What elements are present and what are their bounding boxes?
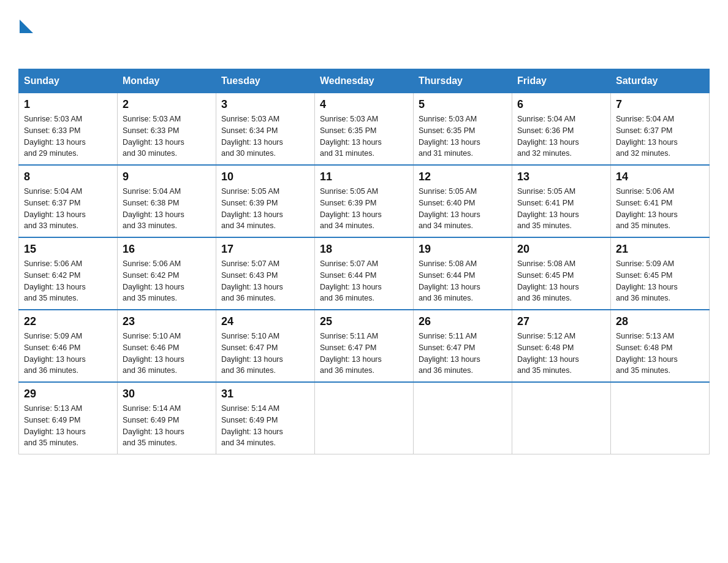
day-number: 5 (419, 98, 507, 111)
day-number: 14 (616, 170, 704, 183)
day-info: Sunrise: 5:07 AMSunset: 6:44 PMDaylight:… (320, 259, 382, 302)
day-number: 27 (517, 315, 605, 328)
day-number: 26 (419, 315, 507, 328)
day-number: 23 (123, 315, 211, 328)
calendar-cell: 6 Sunrise: 5:04 AMSunset: 6:36 PMDayligh… (512, 93, 611, 166)
day-number: 1 (24, 98, 112, 111)
header-sunday: Sunday (19, 69, 118, 93)
calendar-cell: 18 Sunrise: 5:07 AMSunset: 6:44 PMDaylig… (315, 237, 414, 310)
day-number: 3 (221, 98, 309, 111)
calendar-table: SundayMondayTuesdayWednesdayThursdayFrid… (18, 69, 710, 454)
svg-marker-0 (20, 20, 33, 33)
day-info: Sunrise: 5:08 AMSunset: 6:44 PMDaylight:… (419, 259, 480, 302)
header-thursday: Thursday (414, 69, 512, 93)
day-info: Sunrise: 5:05 AMSunset: 6:39 PMDaylight:… (320, 187, 382, 230)
calendar-cell: 28 Sunrise: 5:13 AMSunset: 6:48 PMDaylig… (611, 310, 710, 382)
calendar-cell: 13 Sunrise: 5:05 AMSunset: 6:41 PMDaylig… (512, 165, 611, 237)
day-number: 17 (221, 243, 309, 256)
day-number: 25 (320, 315, 408, 328)
day-info: Sunrise: 5:04 AMSunset: 6:36 PMDaylight:… (517, 115, 579, 158)
header-wednesday: Wednesday (315, 69, 414, 93)
day-number: 28 (616, 315, 704, 328)
day-info: Sunrise: 5:10 AMSunset: 6:47 PMDaylight:… (221, 332, 283, 375)
day-info: Sunrise: 5:11 AMSunset: 6:47 PMDaylight:… (419, 332, 480, 375)
calendar-cell: 23 Sunrise: 5:10 AMSunset: 6:46 PMDaylig… (118, 310, 216, 382)
header-saturday: Saturday (611, 69, 710, 93)
day-info: Sunrise: 5:08 AMSunset: 6:45 PMDaylight:… (517, 259, 579, 302)
day-info: Sunrise: 5:03 AMSunset: 6:34 PMDaylight:… (221, 115, 283, 158)
calendar-cell: 25 Sunrise: 5:11 AMSunset: 6:47 PMDaylig… (315, 310, 414, 382)
day-number: 30 (123, 388, 211, 400)
calendar-cell: 22 Sunrise: 5:09 AMSunset: 6:46 PMDaylig… (19, 310, 118, 382)
day-number: 13 (517, 170, 605, 183)
week-row-1: 1 Sunrise: 5:03 AMSunset: 6:33 PMDayligh… (19, 93, 710, 166)
calendar-cell: 29 Sunrise: 5:13 AMSunset: 6:49 PMDaylig… (19, 382, 118, 454)
week-row-3: 15 Sunrise: 5:06 AMSunset: 6:42 PMDaylig… (19, 237, 710, 310)
calendar-cell: 24 Sunrise: 5:10 AMSunset: 6:47 PMDaylig… (216, 310, 315, 382)
day-number: 6 (517, 98, 605, 111)
day-info: Sunrise: 5:06 AMSunset: 6:41 PMDaylight:… (616, 187, 678, 230)
day-number: 7 (616, 98, 704, 111)
calendar-cell: 21 Sunrise: 5:09 AMSunset: 6:45 PMDaylig… (611, 237, 710, 310)
logo (18, 12, 33, 56)
day-info: Sunrise: 5:06 AMSunset: 6:42 PMDaylight:… (24, 259, 86, 302)
header-monday: Monday (118, 69, 216, 93)
calendar-cell: 26 Sunrise: 5:11 AMSunset: 6:47 PMDaylig… (414, 310, 512, 382)
day-info: Sunrise: 5:03 AMSunset: 6:35 PMDaylight:… (419, 115, 480, 158)
day-number: 2 (123, 98, 211, 111)
day-number: 11 (320, 170, 408, 183)
calendar-cell (611, 382, 710, 454)
day-number: 19 (419, 243, 507, 256)
day-info: Sunrise: 5:04 AMSunset: 6:37 PMDaylight:… (616, 115, 678, 158)
day-info: Sunrise: 5:13 AMSunset: 6:49 PMDaylight:… (24, 404, 86, 447)
day-number: 21 (616, 243, 704, 256)
day-info: Sunrise: 5:09 AMSunset: 6:45 PMDaylight:… (616, 259, 678, 302)
day-number: 8 (24, 170, 112, 183)
day-info: Sunrise: 5:05 AMSunset: 6:39 PMDaylight:… (221, 187, 283, 230)
calendar-cell: 19 Sunrise: 5:08 AMSunset: 6:44 PMDaylig… (414, 237, 512, 310)
week-row-4: 22 Sunrise: 5:09 AMSunset: 6:46 PMDaylig… (19, 310, 710, 382)
day-number: 4 (320, 98, 408, 111)
calendar-cell: 31 Sunrise: 5:14 AMSunset: 6:49 PMDaylig… (216, 382, 315, 454)
day-info: Sunrise: 5:09 AMSunset: 6:46 PMDaylight:… (24, 332, 86, 375)
day-number: 20 (517, 243, 605, 256)
day-info: Sunrise: 5:06 AMSunset: 6:42 PMDaylight:… (123, 259, 184, 302)
day-info: Sunrise: 5:04 AMSunset: 6:37 PMDaylight:… (24, 187, 86, 230)
day-info: Sunrise: 5:13 AMSunset: 6:48 PMDaylight:… (616, 332, 678, 375)
day-number: 15 (24, 243, 112, 256)
day-info: Sunrise: 5:11 AMSunset: 6:47 PMDaylight:… (320, 332, 382, 375)
day-info: Sunrise: 5:05 AMSunset: 6:40 PMDaylight:… (419, 187, 480, 230)
calendar-cell: 15 Sunrise: 5:06 AMSunset: 6:42 PMDaylig… (19, 237, 118, 310)
day-info: Sunrise: 5:05 AMSunset: 6:41 PMDaylight:… (517, 187, 579, 230)
calendar-cell: 16 Sunrise: 5:06 AMSunset: 6:42 PMDaylig… (118, 237, 216, 310)
calendar-cell: 4 Sunrise: 5:03 AMSunset: 6:35 PMDayligh… (315, 93, 414, 166)
header-friday: Friday (512, 69, 611, 93)
logo-triangle-icon (20, 20, 33, 33)
day-info: Sunrise: 5:12 AMSunset: 6:48 PMDaylight:… (517, 332, 579, 375)
header-row: SundayMondayTuesdayWednesdayThursdayFrid… (19, 69, 710, 93)
day-info: Sunrise: 5:03 AMSunset: 6:33 PMDaylight:… (123, 115, 184, 158)
calendar-cell: 27 Sunrise: 5:12 AMSunset: 6:48 PMDaylig… (512, 310, 611, 382)
day-info: Sunrise: 5:10 AMSunset: 6:46 PMDaylight:… (123, 332, 184, 375)
day-number: 22 (24, 315, 112, 328)
calendar-cell: 1 Sunrise: 5:03 AMSunset: 6:33 PMDayligh… (19, 93, 118, 166)
calendar-cell: 20 Sunrise: 5:08 AMSunset: 6:45 PMDaylig… (512, 237, 611, 310)
calendar-cell: 10 Sunrise: 5:05 AMSunset: 6:39 PMDaylig… (216, 165, 315, 237)
calendar-cell: 12 Sunrise: 5:05 AMSunset: 6:40 PMDaylig… (414, 165, 512, 237)
calendar-cell: 14 Sunrise: 5:06 AMSunset: 6:41 PMDaylig… (611, 165, 710, 237)
page-header (18, 12, 710, 56)
calendar-cell: 5 Sunrise: 5:03 AMSunset: 6:35 PMDayligh… (414, 93, 512, 166)
day-info: Sunrise: 5:14 AMSunset: 6:49 PMDaylight:… (123, 404, 184, 447)
day-number: 9 (123, 170, 211, 183)
day-number: 24 (221, 315, 309, 328)
calendar-cell: 11 Sunrise: 5:05 AMSunset: 6:39 PMDaylig… (315, 165, 414, 237)
calendar-cell (512, 382, 611, 454)
calendar-cell: 17 Sunrise: 5:07 AMSunset: 6:43 PMDaylig… (216, 237, 315, 310)
header-tuesday: Tuesday (216, 69, 315, 93)
week-row-5: 29 Sunrise: 5:13 AMSunset: 6:49 PMDaylig… (19, 382, 710, 454)
week-row-2: 8 Sunrise: 5:04 AMSunset: 6:37 PMDayligh… (19, 165, 710, 237)
calendar-cell: 3 Sunrise: 5:03 AMSunset: 6:34 PMDayligh… (216, 93, 315, 166)
day-info: Sunrise: 5:04 AMSunset: 6:38 PMDaylight:… (123, 187, 184, 230)
calendar-cell: 30 Sunrise: 5:14 AMSunset: 6:49 PMDaylig… (118, 382, 216, 454)
calendar-cell: 7 Sunrise: 5:04 AMSunset: 6:37 PMDayligh… (611, 93, 710, 166)
